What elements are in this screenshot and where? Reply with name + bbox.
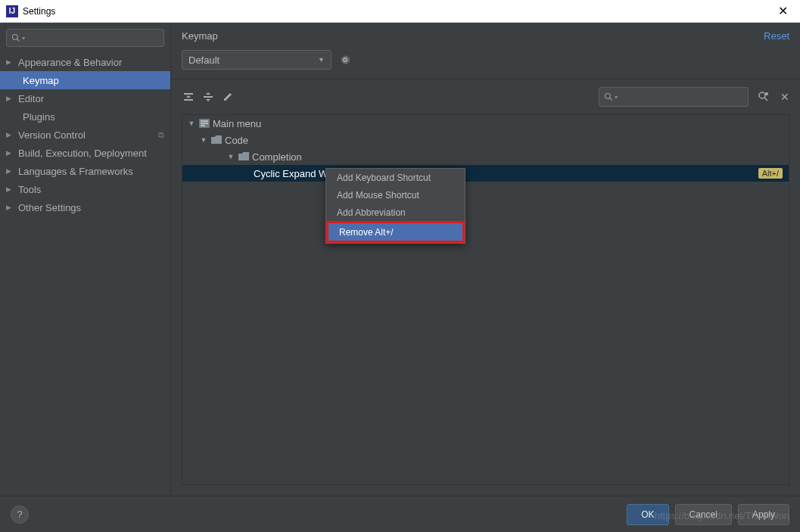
ok-button[interactable]: OK [627, 504, 668, 525]
sidebar: ▾ ▶ Appearance & Behavior Keymap ▶ Edito… [0, 23, 171, 496]
svg-rect-3 [184, 99, 193, 101]
sidebar-nav: ▶ Appearance & Behavior Keymap ▶ Editor … [0, 53, 170, 496]
close-icon[interactable]: ✕ [772, 4, 794, 18]
sidebar-item-label: Editor [18, 93, 164, 104]
keymap-select-value: Default [188, 54, 318, 66]
svg-point-7 [759, 92, 765, 98]
content-panel: Keymap Reset Default ▼ [171, 23, 800, 496]
search-icon [11, 33, 20, 42]
chevron-down-icon: ▾ [22, 35, 25, 42]
app-icon: IJ [6, 5, 18, 17]
sidebar-item-appearance[interactable]: ▶ Appearance & Behavior [0, 53, 170, 71]
tree-row-cyclic-expand[interactable]: Cyclic Expand Word Alt+/ [182, 165, 789, 182]
tree-label: Main menu [213, 118, 783, 129]
chevron-right-icon: ▶ [6, 204, 15, 211]
ctx-add-abbreviation[interactable]: Add Abbreviation [326, 204, 465, 221]
context-menu: Add Keyboard Shortcut Add Mouse Shortcut… [325, 168, 465, 244]
find-by-shortcut-icon[interactable] [758, 91, 770, 103]
sidebar-item-languages[interactable]: ▶ Languages & Frameworks [0, 162, 170, 180]
sidebar-item-label: Appearance & Behavior [18, 57, 164, 68]
chevron-down-icon: ▼ [199, 136, 208, 144]
chevron-right-icon: ▶ [6, 58, 15, 66]
svg-rect-2 [184, 93, 193, 95]
sidebar-item-keymap[interactable]: Keymap [0, 71, 170, 89]
chevron-right-icon: ▶ [6, 95, 15, 102]
ctx-remove-shortcut[interactable]: Remove Alt+/ [328, 223, 462, 241]
chevron-down-icon: ▼ [187, 120, 196, 127]
folder-icon [238, 152, 249, 161]
apply-button[interactable]: Apply [738, 504, 789, 525]
sidebar-search-input[interactable]: ▾ [6, 29, 164, 47]
sidebar-item-editor[interactable]: ▶ Editor [0, 89, 170, 107]
tree-label: Code [225, 135, 783, 146]
edit-icon[interactable] [221, 90, 235, 104]
sidebar-item-label: Version Control [18, 129, 158, 141]
titlebar: IJ Settings ✕ [0, 0, 800, 23]
ctx-add-mouse-shortcut[interactable]: Add Mouse Shortcut [326, 186, 465, 204]
help-button[interactable]: ? [11, 506, 29, 524]
sidebar-item-other[interactable]: ▶ Other Settings [0, 198, 170, 216]
project-scope-icon: ⧉ [158, 130, 164, 140]
expand-all-icon[interactable] [182, 90, 195, 104]
svg-point-9 [765, 92, 768, 95]
sidebar-item-label: Other Settings [18, 202, 164, 213]
keymap-tree: ▼ Main menu ▼ Code ▼ Completion [182, 114, 789, 485]
content-header: Keymap Reset [171, 23, 800, 44]
keymap-select[interactable]: Default ▼ [182, 50, 332, 70]
tree-row-main-menu[interactable]: ▼ Main menu [182, 115, 789, 132]
svg-rect-4 [204, 96, 213, 98]
divider [171, 79, 800, 79]
chevron-down-icon: ▼ [226, 153, 235, 160]
chevron-right-icon: ▶ [6, 149, 15, 157]
chevron-right-icon: ▶ [6, 185, 15, 193]
svg-line-8 [764, 98, 767, 101]
search-icon [604, 92, 613, 101]
ctx-add-keyboard-shortcut[interactable]: Add Keyboard Shortcut [326, 169, 465, 186]
svg-point-5 [605, 94, 611, 99]
clear-icon[interactable]: ✕ [780, 91, 789, 103]
folder-icon [211, 135, 222, 145]
page-title: Keymap [182, 30, 764, 42]
gear-icon[interactable] [339, 54, 351, 66]
footer: ? OK Cancel Apply [0, 496, 800, 532]
action-search-input[interactable]: ▾ [599, 87, 749, 107]
sidebar-item-label: Plugins [23, 111, 164, 123]
reset-link[interactable]: Reset [764, 30, 789, 42]
window-title: Settings [23, 6, 772, 17]
collapse-all-icon[interactable] [201, 90, 215, 104]
sidebar-item-version-control[interactable]: ▶ Version Control ⧉ [0, 126, 170, 144]
svg-point-0 [13, 35, 18, 40]
sidebar-item-tools[interactable]: ▶ Tools [0, 180, 170, 198]
svg-line-6 [610, 98, 612, 101]
tree-row-completion[interactable]: ▼ Completion [182, 148, 789, 165]
tree-row-code[interactable]: ▼ Code [182, 132, 789, 148]
sidebar-item-label: Tools [18, 184, 164, 195]
svg-rect-12 [201, 123, 208, 124]
chevron-right-icon: ▶ [6, 131, 15, 138]
cancel-button[interactable]: Cancel [675, 504, 732, 525]
chevron-down-icon: ▾ [615, 94, 618, 101]
sidebar-item-label: Languages & Frameworks [18, 166, 164, 177]
svg-line-1 [17, 39, 20, 42]
shortcut-badge: Alt+/ [758, 168, 783, 179]
svg-rect-11 [201, 120, 208, 122]
chevron-right-icon: ▶ [6, 167, 15, 175]
svg-rect-13 [201, 125, 205, 126]
sidebar-item-label: Keymap [23, 75, 164, 86]
tree-label: Completion [252, 151, 783, 163]
sidebar-item-plugins[interactable]: Plugins [0, 107, 170, 126]
sidebar-item-build[interactable]: ▶ Build, Execution, Deployment [0, 144, 170, 162]
sidebar-item-label: Build, Execution, Deployment [18, 148, 164, 159]
chevron-down-icon: ▼ [318, 56, 325, 64]
menu-icon [199, 119, 210, 128]
